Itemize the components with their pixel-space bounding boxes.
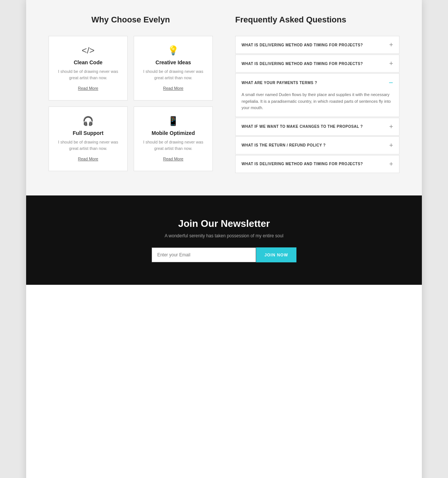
faq-header-4[interactable]: WHAT IF WE WANT TO MAKE CHANGES TO THE P… (236, 118, 399, 135)
feature-title-full-support: Full Support (56, 130, 120, 136)
plus-icon: + (389, 161, 393, 167)
plus-icon: + (389, 123, 393, 130)
feature-card-full-support: 🎧 Full Support I should be of drawing ne… (49, 107, 128, 171)
faq-section: Frequently Asked Questions WHAT IS DELIV… (235, 15, 399, 173)
plus-icon: + (389, 142, 393, 149)
lightbulb-icon: 💡 (141, 45, 205, 56)
feature-desc-clean-code: I should be of drawing never was great a… (56, 68, 120, 81)
feature-desc-creative-ideas: I should be of drawing never was great a… (141, 68, 205, 81)
feature-card-creative-ideas: 💡 Creative Ideas I should be of drawing … (134, 36, 213, 101)
feature-title-creative-ideas: Creative Ideas (141, 59, 205, 65)
faq-item-1: WHAT IS DELIVERING METHOD AND TIMING FOR… (235, 36, 399, 54)
join-now-button[interactable]: JOIN NOW (256, 247, 296, 262)
bottom-section (26, 285, 422, 478)
newsletter-subtitle: A wonderful serenity has taken possessio… (34, 233, 414, 238)
newsletter-title: Join Our Newsletter (34, 218, 414, 229)
read-more-creative-ideas[interactable]: Read More (163, 86, 183, 90)
faq-question-4: WHAT IF WE WANT TO MAKE CHANGES TO THE P… (242, 124, 363, 129)
faq-item-3: WHAT ARE YOUR PAYMENTS TERMS ?−A small r… (235, 73, 399, 117)
faq-question-6: WHAT IS DELIVERING METHOD AND TIMING FOR… (242, 162, 363, 166)
faq-header-1[interactable]: WHAT IS DELIVERING METHOD AND TIMING FOR… (236, 36, 399, 53)
feature-card-mobile-optimized: 📱 Mobile Optimized I should be of drawin… (134, 107, 213, 171)
newsletter-section: Join Our Newsletter A wonderful serenity… (26, 195, 422, 285)
newsletter-form: JOIN NOW (34, 247, 414, 262)
mobile-icon: 📱 (141, 116, 205, 126)
faq-header-3[interactable]: WHAT ARE YOUR PAYMENTS TERMS ?− (236, 74, 399, 92)
plus-icon: + (389, 60, 393, 67)
minus-icon: − (389, 79, 393, 86)
headset-icon: 🎧 (56, 116, 120, 126)
faq-item-2: WHAT IS DELIVERING METHOD AND TIMING FOR… (235, 55, 399, 73)
read-more-clean-code[interactable]: Read More (78, 86, 98, 90)
faq-header-5[interactable]: WHAT IS THE RETURN / REFUND POLICY ?+ (236, 137, 399, 154)
faq-question-2: WHAT IS DELIVERING METHOD AND TIMING FOR… (242, 62, 363, 66)
faq-answer-3: A small river named Duden flows by their… (236, 92, 399, 117)
faq-title: Frequently Asked Questions (235, 15, 399, 25)
why-choose-section: Why Choose Evelyn </> Clean Code I shoul… (49, 15, 213, 173)
feature-title-clean-code: Clean Code (56, 59, 120, 65)
feature-desc-full-support: I should be of drawing never was great a… (56, 139, 120, 151)
faq-header-6[interactable]: WHAT IS DELIVERING METHOD AND TIMING FOR… (236, 155, 399, 173)
top-section: Why Choose Evelyn </> Clean Code I shoul… (26, 0, 422, 195)
why-choose-title: Why Choose Evelyn (49, 15, 213, 25)
faq-header-2[interactable]: WHAT IS DELIVERING METHOD AND TIMING FOR… (236, 55, 399, 72)
page-wrapper: Why Choose Evelyn </> Clean Code I shoul… (26, 0, 422, 478)
read-more-full-support[interactable]: Read More (78, 157, 98, 161)
feature-desc-mobile-optimized: I should be of drawing never was great a… (141, 139, 205, 151)
faq-list: WHAT IS DELIVERING METHOD AND TIMING FOR… (235, 36, 399, 173)
plus-icon: + (389, 41, 393, 48)
faq-item-5: WHAT IS THE RETURN / REFUND POLICY ?+ (235, 136, 399, 154)
faq-item-4: WHAT IF WE WANT TO MAKE CHANGES TO THE P… (235, 118, 399, 136)
faq-question-5: WHAT IS THE RETURN / REFUND POLICY ? (242, 143, 326, 147)
feature-card-clean-code: </> Clean Code I should be of drawing ne… (49, 36, 128, 101)
faq-item-6: WHAT IS DELIVERING METHOD AND TIMING FOR… (235, 155, 399, 173)
faq-question-3: WHAT ARE YOUR PAYMENTS TERMS ? (242, 81, 317, 85)
features-grid: </> Clean Code I should be of drawing ne… (49, 36, 213, 171)
faq-question-1: WHAT IS DELIVERING METHOD AND TIMING FOR… (242, 43, 363, 47)
email-input[interactable] (152, 247, 256, 262)
code-icon: </> (56, 45, 120, 56)
read-more-mobile-optimized[interactable]: Read More (163, 157, 183, 161)
feature-title-mobile-optimized: Mobile Optimized (141, 130, 205, 136)
